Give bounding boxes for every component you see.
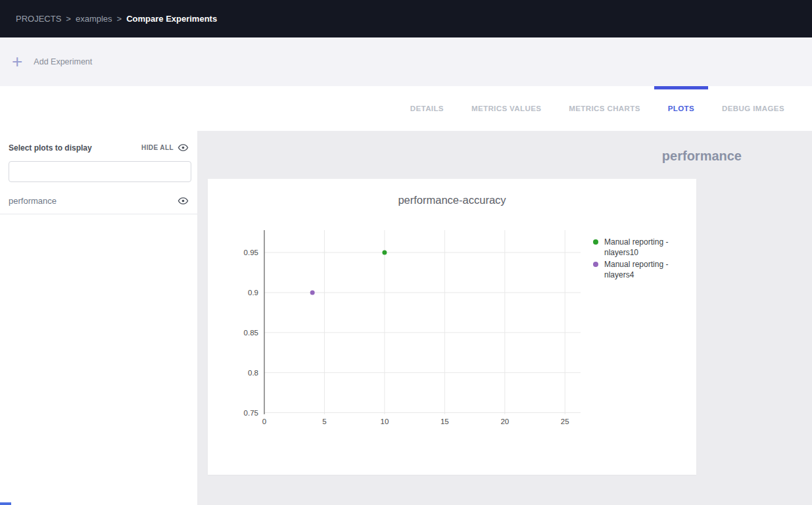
legend-item[interactable]: Manual reporting -nlayers4 bbox=[593, 259, 668, 280]
tab-debug-images[interactable]: DEBUG IMAGES bbox=[708, 86, 798, 131]
breadcrumb-separator: > bbox=[66, 14, 71, 24]
plot-list: performance bbox=[0, 188, 197, 214]
legend-label: Manual reporting -nlayers4 bbox=[604, 259, 668, 280]
breadcrumb: PROJECTS > examples > Compare Experiment… bbox=[16, 14, 217, 24]
breadcrumb-separator: > bbox=[117, 14, 122, 24]
eye-icon[interactable] bbox=[178, 195, 189, 206]
plot-selection-sidebar: Select plots to display HIDE ALL perform… bbox=[0, 131, 197, 505]
breadcrumb-current-page: Compare Experiments bbox=[126, 14, 217, 24]
x-axis-tick-label: 25 bbox=[561, 418, 569, 425]
x-axis-tick-label: 15 bbox=[441, 418, 449, 425]
x-axis-tick-label: 0 bbox=[262, 418, 266, 425]
y-axis-tick-label: 0.75 bbox=[244, 409, 258, 417]
plot-list-item-performance[interactable]: performance bbox=[0, 188, 197, 214]
sidebar-header: Select plots to display HIDE ALL bbox=[0, 131, 197, 153]
plot-group-title: performance bbox=[662, 149, 742, 164]
add-experiment-button[interactable]: + Add Experiment bbox=[12, 53, 92, 71]
y-axis-tick-label: 0.85 bbox=[244, 329, 258, 337]
y-axis-tick-label: 0.9 bbox=[248, 289, 258, 297]
eye-icon bbox=[178, 142, 189, 153]
x-axis-tick-label: 10 bbox=[380, 418, 389, 425]
y-axis-tick-label: 0.95 bbox=[244, 249, 258, 256]
chart-legend: Manual reporting -nlayers10Manual report… bbox=[593, 237, 668, 281]
tab-bar: DETAILS METRICS VALUES METRICS CHARTS PL… bbox=[0, 86, 812, 131]
hide-all-button[interactable]: HIDE ALL bbox=[141, 142, 189, 153]
legend-item[interactable]: Manual reporting -nlayers10 bbox=[593, 237, 668, 258]
add-experiment-bar: + Add Experiment bbox=[0, 37, 812, 86]
sidebar-title: Select plots to display bbox=[9, 143, 92, 153]
top-bar: PROJECTS > examples > Compare Experiment… bbox=[0, 0, 812, 37]
hide-all-label: HIDE ALL bbox=[141, 144, 174, 151]
legend-marker bbox=[593, 262, 598, 267]
plot-filter-input[interactable] bbox=[9, 161, 191, 182]
legend-label: Manual reporting -nlayers10 bbox=[604, 237, 668, 258]
x-axis-tick-label: 5 bbox=[322, 418, 326, 425]
plots-panel: performance performance-accuracy 0.950.9… bbox=[197, 131, 812, 505]
add-experiment-label: Add Experiment bbox=[34, 57, 92, 66]
plus-icon: + bbox=[12, 53, 22, 71]
tabs: DETAILS METRICS VALUES METRICS CHARTS PL… bbox=[396, 86, 798, 131]
plot-list-item-label: performance bbox=[9, 196, 57, 206]
breadcrumb-examples[interactable]: examples bbox=[76, 14, 112, 24]
plot-card: performance-accuracy 0.950.90.850.80.750… bbox=[208, 179, 696, 475]
compare-experiments-page: PROJECTS > examples > Compare Experiment… bbox=[0, 0, 812, 505]
scatter-point[interactable] bbox=[382, 251, 387, 255]
content-area: Select plots to display HIDE ALL perform… bbox=[0, 131, 812, 505]
legend-marker bbox=[593, 239, 598, 245]
y-axis-tick-label: 0.8 bbox=[248, 369, 258, 377]
tab-metrics-charts[interactable]: METRICS CHARTS bbox=[555, 86, 654, 131]
horizontal-scrollbar-thumb[interactable] bbox=[0, 502, 11, 505]
tab-plots[interactable]: PLOTS bbox=[654, 86, 708, 131]
x-axis-tick-label: 20 bbox=[500, 418, 509, 425]
scatter-point[interactable] bbox=[310, 290, 315, 295]
tab-details[interactable]: DETAILS bbox=[396, 86, 458, 131]
scatter-chart: 0.950.90.850.80.750510152025 bbox=[208, 179, 696, 475]
tab-metrics-values[interactable]: METRICS VALUES bbox=[458, 86, 555, 131]
breadcrumb-projects[interactable]: PROJECTS bbox=[16, 14, 61, 24]
